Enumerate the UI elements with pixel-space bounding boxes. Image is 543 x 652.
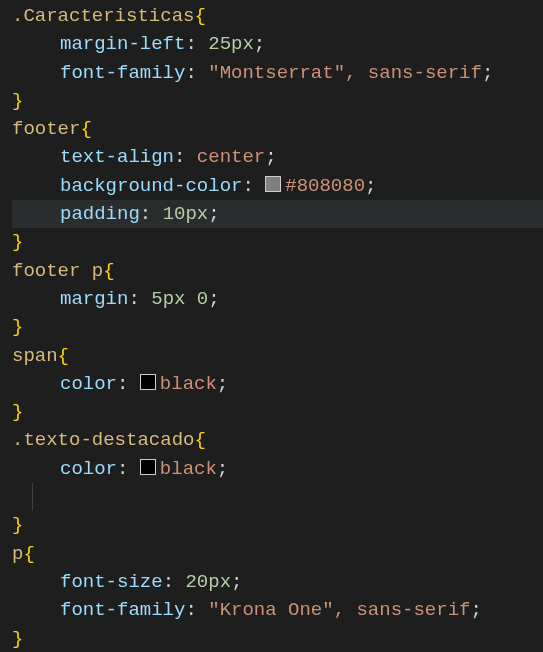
semicolon: ; (208, 203, 219, 225)
code-line[interactable]: } (12, 228, 543, 256)
brace-close: } (12, 316, 23, 338)
property: font-family (60, 62, 185, 84)
code-line[interactable]: } (12, 87, 543, 115)
brace-open: { (80, 118, 91, 140)
selector: footer (12, 118, 80, 140)
semicolon: ; (208, 288, 219, 310)
property: text-align (60, 146, 174, 168)
colon: : (185, 599, 208, 621)
value-number: 20 (185, 571, 208, 593)
selector: .texto-destacado (12, 429, 194, 451)
property: margin-left (60, 33, 185, 55)
code-line[interactable]: background-color: #808080; (12, 172, 543, 200)
semicolon: ; (365, 175, 376, 197)
property: margin (60, 288, 128, 310)
code-line[interactable]: margin-left: 25px; (12, 30, 543, 58)
code-line[interactable]: } (12, 398, 543, 426)
semicolon: ; (231, 571, 242, 593)
value: black (160, 373, 217, 395)
value-number: 25 (208, 33, 231, 55)
value: , sans-serif (334, 599, 471, 621)
brace-open: { (23, 543, 34, 565)
code-line[interactable]: span{ (12, 342, 543, 370)
code-line[interactable]: padding: 10px; (12, 200, 543, 228)
value-unit: px (163, 288, 186, 310)
colon: : (174, 146, 197, 168)
value-unit: px (208, 571, 231, 593)
value-string: "Montserrat" (208, 62, 345, 84)
code-line[interactable]: text-align: center; (12, 143, 543, 171)
value-unit: px (231, 33, 254, 55)
selector: p (12, 543, 23, 565)
brace-close: } (12, 231, 23, 253)
brace-open: { (58, 345, 69, 367)
value-number: 0 (185, 288, 208, 310)
value: center (197, 146, 265, 168)
colon: : (185, 62, 208, 84)
color-swatch[interactable] (265, 176, 281, 192)
property: padding (60, 203, 140, 225)
value: black (160, 458, 217, 480)
colon: : (242, 175, 265, 197)
code-line[interactable]: p{ (12, 540, 543, 568)
semicolon: ; (217, 458, 228, 480)
semicolon: ; (265, 146, 276, 168)
selector: span (12, 345, 58, 367)
property: color (60, 458, 117, 480)
brace-close: } (12, 401, 23, 423)
color-swatch[interactable] (140, 459, 156, 475)
code-line[interactable] (12, 483, 543, 511)
brace-close: } (12, 90, 23, 112)
code-line[interactable]: font-family: "Krona One", sans-serif; (12, 596, 543, 624)
colon: : (185, 33, 208, 55)
code-line[interactable]: color: black; (12, 455, 543, 483)
code-line[interactable]: footer p{ (12, 257, 543, 285)
code-line[interactable]: color: black; (12, 370, 543, 398)
selector: .Caracteristicas (12, 5, 194, 27)
value: #808080 (285, 175, 365, 197)
semicolon: ; (482, 62, 493, 84)
semicolon: ; (470, 599, 481, 621)
value-unit: px (185, 203, 208, 225)
property: color (60, 373, 117, 395)
code-line[interactable]: .texto-destacado{ (12, 426, 543, 454)
semicolon: ; (254, 33, 265, 55)
value-string: "Krona One" (208, 599, 333, 621)
brace-close: } (12, 628, 23, 650)
brace-open: { (194, 429, 205, 451)
code-line[interactable]: margin: 5px 0; (12, 285, 543, 313)
value-number: 10 (163, 203, 186, 225)
colon: : (140, 203, 163, 225)
brace-open: { (194, 5, 205, 27)
code-line[interactable]: font-family: "Montserrat", sans-serif; (12, 59, 543, 87)
code-line[interactable]: } (12, 511, 543, 539)
property: font-family (60, 599, 185, 621)
colon: : (128, 288, 151, 310)
brace-open: { (103, 260, 114, 282)
selector: footer p (12, 260, 103, 282)
semicolon: ; (217, 373, 228, 395)
brace-close: } (12, 514, 23, 536)
color-swatch[interactable] (140, 374, 156, 390)
value-number: 5 (151, 288, 162, 310)
property: font-size (60, 571, 163, 593)
code-editor[interactable]: .Caracteristicas{margin-left: 25px;font-… (0, 0, 543, 652)
code-line[interactable]: } (12, 313, 543, 341)
code-line[interactable]: } (12, 625, 543, 652)
code-line[interactable]: footer{ (12, 115, 543, 143)
colon: : (117, 373, 140, 395)
code-line[interactable]: font-size: 20px; (12, 568, 543, 596)
property: background-color (60, 175, 242, 197)
colon: : (117, 458, 140, 480)
colon: : (163, 571, 186, 593)
value: , sans-serif (345, 62, 482, 84)
code-line[interactable]: .Caracteristicas{ (12, 2, 543, 30)
